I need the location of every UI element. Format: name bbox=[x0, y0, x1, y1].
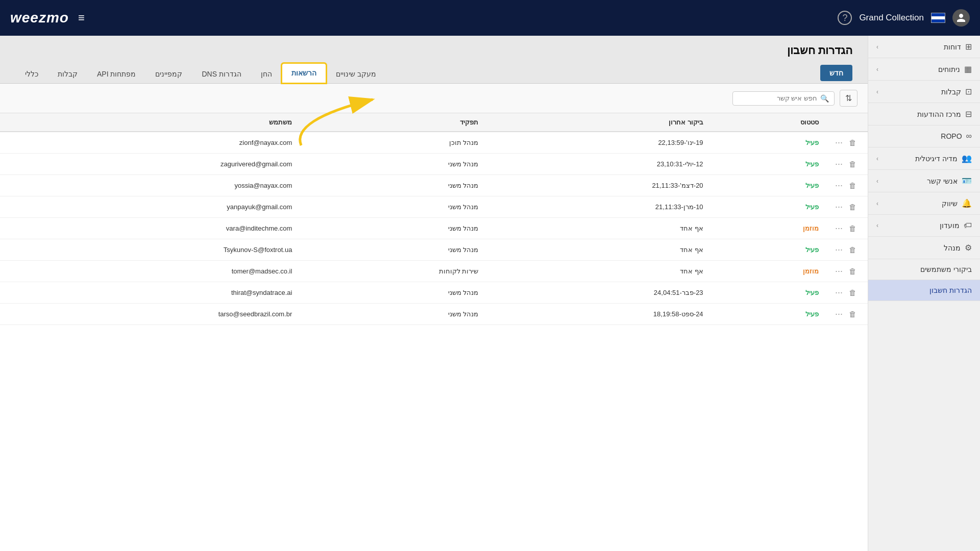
row-dots-btn-6[interactable]: ··· bbox=[835, 266, 843, 277]
chevron-analytics: › bbox=[876, 66, 878, 73]
tab-invoices[interactable]: קבלות bbox=[48, 64, 87, 83]
topbar-right: ≡ weezmo bbox=[10, 10, 85, 26]
row-actions-0: ··· 🗑 bbox=[827, 132, 868, 154]
row-delete-btn-4[interactable]: 🗑 bbox=[847, 223, 859, 234]
row-dots-btn-8[interactable]: ··· bbox=[835, 309, 843, 319]
row-status-4: מוזמן bbox=[712, 218, 827, 239]
row-delete-btn-0[interactable]: 🗑 bbox=[847, 137, 859, 148]
table-row: ··· 🗑 פעיל 12-יולי-23,10:31 מנהל משני za… bbox=[0, 154, 868, 175]
row-user-0: zionf@nayax.com bbox=[0, 132, 300, 154]
row-dots-btn-4[interactable]: ··· bbox=[835, 223, 843, 234]
sidebar-item-account-settings[interactable]: הגדרות חשבון bbox=[868, 280, 980, 301]
question-mark: ? bbox=[842, 13, 847, 23]
row-user-1: zagurivered@gmail.com bbox=[0, 154, 300, 175]
row-dots-btn-2[interactable]: ··· bbox=[835, 180, 843, 191]
row-delete-btn-8[interactable]: 🗑 bbox=[847, 309, 859, 319]
row-dots-btn-7[interactable]: ··· bbox=[835, 287, 843, 298]
search-input[interactable] bbox=[738, 94, 817, 102]
chevron-club: › bbox=[876, 222, 878, 229]
filter-button[interactable]: ⇅ bbox=[840, 90, 857, 107]
row-status-5: פעיל bbox=[712, 239, 827, 261]
sidebar-item-contact-people[interactable]: 🪪 אנשי קשר › bbox=[868, 170, 980, 192]
sidebar-item-user-visits[interactable]: ביקורי משתמשים bbox=[868, 259, 980, 280]
settings-header: הגדרות חשבון bbox=[0, 36, 868, 63]
row-status-0: פעיל bbox=[712, 132, 827, 154]
new-button[interactable]: חדש bbox=[820, 65, 852, 81]
tab-general[interactable]: כללי bbox=[15, 64, 48, 83]
row-delete-btn-1[interactable]: 🗑 bbox=[847, 159, 859, 169]
sidebar-label-digital-media: מדיה דיגיטלית bbox=[915, 155, 958, 163]
hamburger-icon[interactable]: ≡ bbox=[78, 11, 85, 24]
table-row: ··· 🗑 פעיל 20-דצמ'-21,11:33 מנהל משני yo… bbox=[0, 175, 868, 196]
chevron-contact-people: › bbox=[876, 178, 878, 185]
sidebar-item-analytics[interactable]: ▦ ניתוחים › bbox=[868, 58, 980, 81]
sidebar-label-ropo: ROPO bbox=[941, 132, 962, 140]
sidebar-label-admin: מנהל bbox=[944, 244, 961, 252]
status-badge-0: פעיל bbox=[805, 139, 819, 146]
row-dots-btn-5[interactable]: ··· bbox=[835, 244, 843, 255]
tab-permissions[interactable]: הרשאות bbox=[282, 63, 326, 83]
row-dots-btn-0[interactable]: ··· bbox=[835, 137, 843, 148]
sidebar-item-invoices[interactable]: ⊡ קבלות › bbox=[868, 81, 980, 103]
sidebar-label-analytics: ניתוחים bbox=[938, 65, 960, 73]
row-status-7: פעיל bbox=[712, 282, 827, 304]
tab-campaigns[interactable]: קמפיינים bbox=[145, 64, 192, 83]
row-role-0: מנהל תוכן bbox=[300, 132, 486, 154]
row-delete-btn-6[interactable]: 🗑 bbox=[847, 266, 859, 277]
sidebar-item-marketing[interactable]: 🔔 שיווק › bbox=[868, 192, 980, 215]
sidebar-label-contact-people: אנשי קשר bbox=[927, 177, 958, 185]
sidebar-item-admin[interactable]: ⚙ מנהל bbox=[868, 237, 980, 259]
row-actions-8: ··· 🗑 bbox=[827, 304, 868, 325]
row-user-4: vara@inditechme.com bbox=[0, 218, 300, 239]
search-box: 🔍 bbox=[732, 91, 835, 106]
row-user-6: tomer@madsec.co.il bbox=[0, 261, 300, 282]
row-dots-btn-1[interactable]: ··· bbox=[835, 159, 843, 169]
sidebar-item-club[interactable]: 🏷 מועדון › bbox=[868, 215, 980, 237]
tab-dns[interactable]: הגדרות DNS bbox=[192, 64, 251, 83]
tabs-bar: כללי קבלות מפתחות API קמפיינים הגדרות DN… bbox=[0, 63, 868, 84]
row-actions-3: ··· 🗑 bbox=[827, 196, 868, 218]
table-row: ··· 🗑 פעיל 10-מרן-21,11:33 מנהל משני yan… bbox=[0, 196, 868, 218]
row-last-visit-7: 23-פבר-24,04:51 bbox=[486, 282, 711, 304]
sidebar-item-ropo[interactable]: ∞ ROPO bbox=[868, 126, 980, 147]
table-row: ··· 🗑 פעיל 23-פבר-24,04:51 מנהל משני thi… bbox=[0, 282, 868, 304]
row-role-5: מנהל משני bbox=[300, 239, 486, 261]
help-icon[interactable]: ? bbox=[838, 11, 852, 25]
row-user-7: thirat@syndatrace.ai bbox=[0, 282, 300, 304]
row-last-visit-2: 20-דצמ'-21,11:33 bbox=[486, 175, 711, 196]
row-delete-btn-3[interactable]: 🗑 bbox=[847, 202, 859, 212]
row-role-3: מנהל משני bbox=[300, 196, 486, 218]
status-badge-7: פעיל bbox=[805, 289, 819, 296]
row-last-visit-8: 24-ספט-18,19:58 bbox=[486, 304, 711, 325]
row-role-2: מנהל משני bbox=[300, 175, 486, 196]
sidebar-item-reports[interactable]: ⊞ דוחות › bbox=[868, 36, 980, 58]
sidebar-item-digital-media[interactable]: 👥 מדיה דיגיטלית › bbox=[868, 147, 980, 170]
tab-api-keys[interactable]: מפתחות API bbox=[87, 64, 145, 83]
row-role-6: שירות לקוחות bbox=[300, 261, 486, 282]
row-last-visit-6: אף אחד bbox=[486, 261, 711, 282]
row-last-visit-0: 19-ינו'-22,13:59 bbox=[486, 132, 711, 154]
row-last-visit-3: 10-מרן-21,11:33 bbox=[486, 196, 711, 218]
tab-changelog[interactable]: מעקב שינויים bbox=[326, 64, 386, 83]
topbar-left: Grand Collection ? bbox=[85, 9, 970, 27]
table-row: ··· 🗑 פעיל 24-ספט-18,19:58 מנהל משני tar… bbox=[0, 304, 868, 325]
chevron-reports: › bbox=[876, 43, 878, 51]
row-delete-btn-2[interactable]: 🗑 bbox=[847, 180, 859, 191]
row-delete-btn-7[interactable]: 🗑 bbox=[847, 287, 859, 298]
sidebar-item-notification-center[interactable]: ⊟ מרכז ההודעות bbox=[868, 103, 980, 126]
table-row: ··· 🗑 מוזמן אף אחד מנהל משני vara@indite… bbox=[0, 218, 868, 239]
sidebar-label-account-settings: הגדרות חשבון bbox=[929, 286, 972, 294]
row-dots-btn-3[interactable]: ··· bbox=[835, 202, 843, 212]
col-actions bbox=[827, 113, 868, 132]
weezmo-logo: weezmo bbox=[10, 10, 69, 26]
analytics-icon: ▦ bbox=[964, 64, 972, 74]
settings-title: הגדרות חשבון bbox=[15, 44, 852, 57]
row-role-4: מנהל משני bbox=[300, 218, 486, 239]
user-avatar[interactable] bbox=[952, 9, 970, 27]
new-btn-container: חדש bbox=[386, 65, 852, 83]
row-delete-btn-5[interactable]: 🗑 bbox=[847, 244, 859, 255]
tab-unknown[interactable]: החן bbox=[251, 64, 282, 83]
contact-people-icon: 🪪 bbox=[962, 176, 972, 186]
row-status-2: פעיל bbox=[712, 175, 827, 196]
row-actions-6: ··· 🗑 bbox=[827, 261, 868, 282]
